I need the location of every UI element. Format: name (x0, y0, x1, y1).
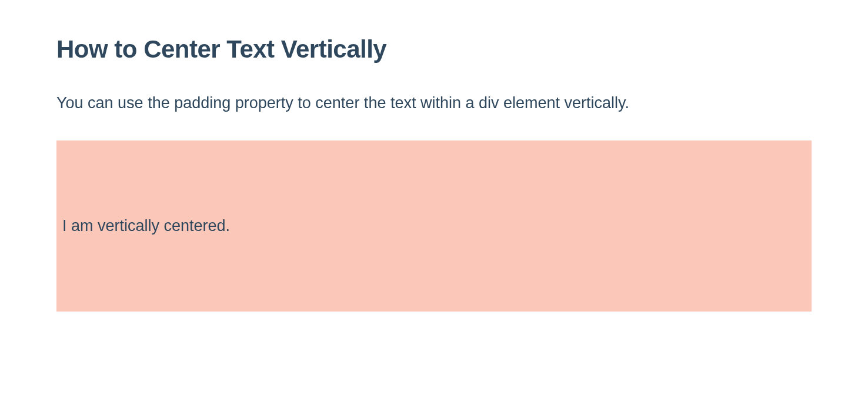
description-text: You can use the padding property to cent… (56, 92, 797, 115)
demo-centered-text: I am vertically centered. (62, 217, 230, 235)
demo-box: I am vertically centered. (56, 140, 812, 312)
page-title: How to Center Text Vertically (56, 35, 812, 63)
